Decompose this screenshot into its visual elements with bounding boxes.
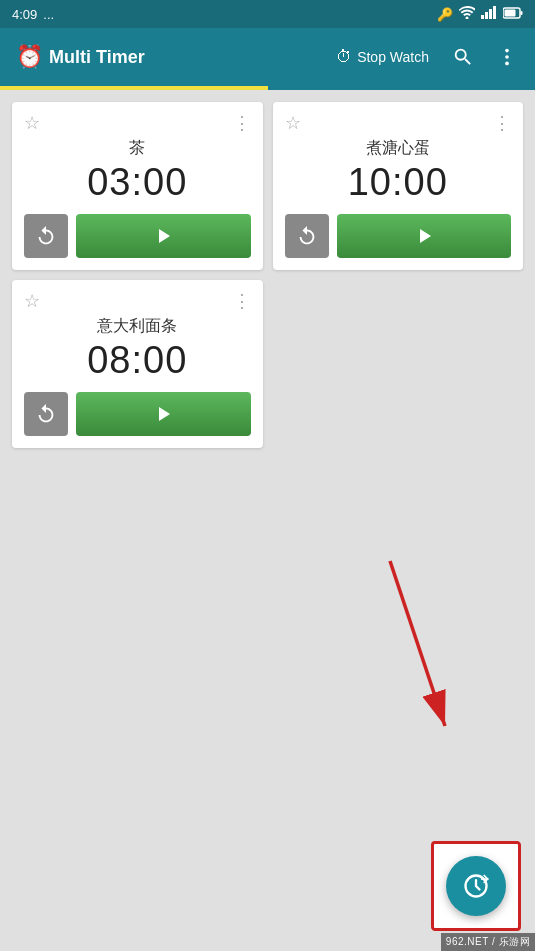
arrow-annotation [350,551,480,751]
timer-card-1-name: 茶 [24,138,251,159]
timer-card-2-reset[interactable] [285,214,329,258]
timer-card-2-time: 10:00 [285,161,512,204]
app-bar-title: ⏰ Multi Timer [16,44,326,70]
wifi-icon [459,6,475,22]
svg-point-9 [505,62,509,66]
timer-card-1-star[interactable]: ☆ [24,112,40,134]
timer-card-1-controls [24,214,251,258]
timer-card-1-header: ☆ ⋮ [24,112,251,134]
status-bar-right: 🔑 [437,6,523,22]
timer-card-3-header: ☆ ⋮ [24,290,251,312]
timer-card-3-star[interactable]: ☆ [24,290,40,312]
timer-card-3-controls [24,392,251,436]
timer-card-2-name: 煮溏心蛋 [285,138,512,159]
battery-icon [503,7,523,22]
timer-card-1-time: 03:00 [24,161,251,204]
timer-card-2-more[interactable]: ⋮ [493,112,511,134]
timer-card-3: ☆ ⋮ 意大利面条 08:00 [12,280,263,448]
svg-point-7 [505,49,509,53]
svg-rect-3 [493,6,496,19]
timer-icon: ⏰ [16,44,43,70]
timer-card-1: ☆ ⋮ 茶 03:00 [12,102,263,270]
timer-card-2-play[interactable] [337,214,512,258]
status-bar-left: 4:09 ... [12,7,54,22]
svg-rect-5 [505,9,516,16]
timer-card-2: ☆ ⋮ 煮溏心蛋 10:00 [273,102,524,270]
app-bar-actions: ⏱ Stop Watch [326,37,527,77]
timer-card-3-name: 意大利面条 [24,316,251,337]
search-button[interactable] [443,37,483,77]
play-icon [151,224,175,248]
reset-icon [35,225,57,247]
reset-icon-2 [296,225,318,247]
timer-card-3-play[interactable] [76,392,251,436]
search-icon [452,46,474,68]
stop-watch-tab[interactable]: ⏱ Stop Watch [326,42,439,72]
timer-card-1-reset[interactable] [24,214,68,258]
watermark: 962.NET / 乐游网 [441,933,535,951]
timer-card-3-more[interactable]: ⋮ [233,290,251,312]
app-bar: ⏰ Multi Timer ⏱ Stop Watch [0,28,535,86]
add-timer-button[interactable] [446,856,506,916]
play-icon-3 [151,402,175,426]
svg-rect-6 [521,11,523,15]
timer-card-2-controls [285,214,512,258]
timer-card-2-star[interactable]: ☆ [285,112,301,134]
svg-rect-1 [485,12,488,19]
key-icon: 🔑 [437,7,453,22]
svg-rect-2 [489,9,492,19]
status-dots: ... [43,7,54,22]
fab-highlight [431,841,521,931]
svg-point-8 [505,55,509,59]
status-bar: 4:09 ... 🔑 [0,0,535,28]
timer-card-1-play[interactable] [76,214,251,258]
reset-icon-3 [35,403,57,425]
more-options-button[interactable] [487,37,527,77]
stop-watch-label: Stop Watch [357,49,429,65]
stopwatch-icon: ⏱ [336,48,352,66]
add-timer-icon [462,872,490,900]
play-icon-2 [412,224,436,248]
timer-card-3-reset[interactable] [24,392,68,436]
main-content: ☆ ⋮ 茶 03:00 ☆ ⋮ 煮溏心蛋 10:00 [0,90,535,951]
timer-card-1-more[interactable]: ⋮ [233,112,251,134]
svg-line-11 [390,561,445,726]
status-time: 4:09 [12,7,37,22]
fab-container [431,841,521,931]
app-title-text: Multi Timer [49,47,145,68]
timer-card-3-time: 08:00 [24,339,251,382]
timer-card-2-header: ☆ ⋮ [285,112,512,134]
more-vertical-icon [496,46,518,68]
svg-rect-0 [481,15,484,19]
signal-icon [481,6,497,22]
